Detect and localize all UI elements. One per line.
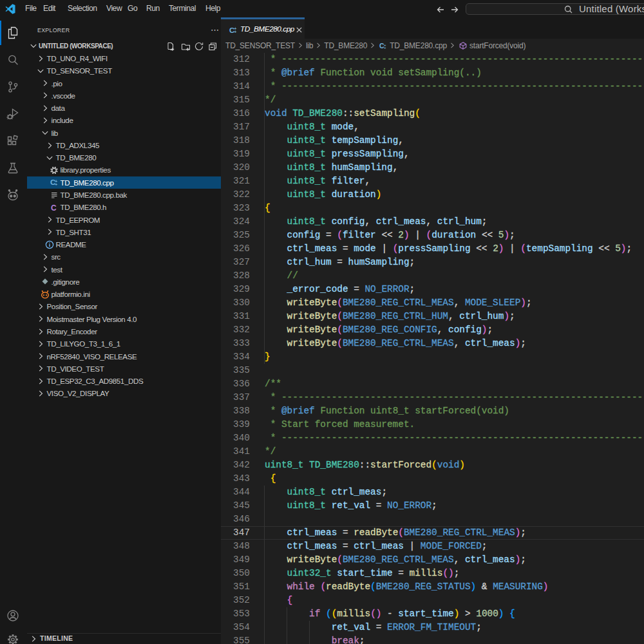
svg-text:+: + — [234, 30, 237, 34]
svg-text:+: + — [384, 46, 386, 50]
svg-text:C: C — [51, 203, 57, 212]
svg-text:+: + — [55, 182, 57, 187]
